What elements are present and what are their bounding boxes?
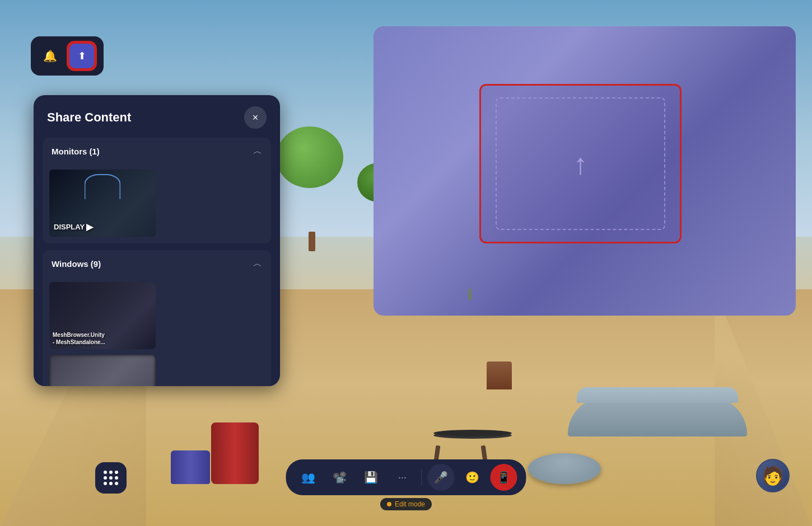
mesh-browser-thumbnail[interactable]: MeshBrowser.Unity - MeshStandalone... — [49, 282, 156, 349]
screen-upload-inner: ↑ — [496, 97, 665, 230]
background: ↑ 🔔 ⬆ Share Content × — [0, 0, 812, 526]
share-content-button[interactable]: ⬆ — [69, 44, 94, 68]
save-button[interactable]: 💾 — [358, 464, 385, 491]
blurred-thumb — [49, 355, 156, 386]
dot-2 — [109, 471, 113, 474]
blurred-window-thumbnail[interactable] — [49, 355, 156, 386]
display-label: DISPLAY ▶ — [54, 222, 93, 232]
people-button[interactable]: 👥 — [295, 464, 322, 491]
upload-icon: ⬆ — [78, 50, 86, 62]
mute-icon: 🎤 — [434, 471, 448, 484]
side-table — [487, 361, 512, 389]
notification-button[interactable]: 🔔 — [38, 44, 62, 68]
sofa-back — [577, 387, 738, 403]
dot-9 — [115, 482, 118, 485]
dot-3 — [115, 471, 118, 474]
apps-grid-button[interactable] — [95, 462, 127, 494]
base-blue — [171, 450, 210, 484]
tree-trunk-2 — [309, 232, 315, 251]
people-icon: 👥 — [301, 471, 315, 484]
avatar-image: 🧑 — [762, 465, 784, 486]
user-avatar[interactable]: 🧑 — [756, 459, 790, 492]
share-panel-title: Share Content — [47, 110, 131, 125]
video-icon: 📽️ — [333, 471, 347, 484]
pedestal-red — [211, 422, 259, 484]
grid-dots-icon — [104, 471, 118, 485]
mesh-label-line2: - MeshStandalone... — [53, 339, 105, 346]
dot-7 — [104, 482, 107, 485]
sofa — [568, 397, 747, 436]
dot-5 — [109, 476, 113, 480]
windows-section: Windows (9) ︿ MeshBrowser.Unity - MeshSt… — [43, 250, 271, 386]
mesh-browser-label: MeshBrowser.Unity - MeshStandalone... — [53, 331, 105, 346]
monitors-chevron-icon: ︿ — [253, 145, 262, 157]
dot-8 — [109, 482, 113, 485]
close-icon: × — [253, 112, 259, 124]
tree-2 — [276, 126, 343, 188]
close-share-panel-button[interactable]: × — [244, 106, 267, 129]
emoji-icon: 🙂 — [465, 471, 479, 484]
video-button[interactable]: 📽️ — [326, 464, 353, 491]
more-icon: ··· — [398, 472, 407, 483]
edit-mode-label: Edit mode — [395, 500, 425, 508]
top-toolbar: 🔔 ⬆ — [31, 36, 104, 76]
edit-mode-badge: Edit mode — [380, 498, 432, 510]
windows-section-items: MeshBrowser.Unity - MeshStandalone... — [43, 278, 271, 386]
save-icon: 💾 — [364, 471, 378, 484]
share-screen-button[interactable]: 📱 — [491, 464, 517, 491]
mesh-label-line1: MeshBrowser.Unity — [53, 331, 105, 339]
monitors-section-header[interactable]: Monitors (1) ︿ — [43, 138, 271, 165]
bottom-center-toolbar: 👥 📽️ 💾 ··· 🎤 🙂 📱 — [286, 459, 526, 495]
share-content-panel: Share Content × Monitors (1) ︿ — [34, 95, 280, 386]
monitors-section-items: DISPLAY ▶ — [43, 165, 271, 243]
plant-stem — [469, 289, 471, 300]
toolbar-separator-1 — [422, 469, 422, 486]
monitors-section-title: Monitors (1) — [52, 147, 100, 156]
mesh-thumb-bg: MeshBrowser.Unity - MeshStandalone... — [49, 282, 156, 349]
mute-button[interactable]: 🎤 — [428, 464, 455, 491]
monitors-section: Monitors (1) ︿ DISPLAY ▶ — [43, 138, 271, 243]
monitor-thumb-bg: DISPLAY ▶ — [49, 170, 156, 237]
dot-6 — [115, 476, 118, 480]
windows-chevron-icon: ︿ — [253, 258, 262, 270]
arch-decoration — [85, 174, 121, 199]
monitor-thumbnail[interactable]: DISPLAY ▶ — [49, 170, 156, 237]
share-btn-wrapper: ⬆ — [67, 41, 97, 71]
dot-4 — [104, 476, 107, 480]
windows-section-header[interactable]: Windows (9) ︿ — [43, 250, 271, 278]
share-panel-content[interactable]: Monitors (1) ︿ DISPLAY ▶ — [34, 138, 280, 386]
windows-section-title: Windows (9) — [52, 259, 101, 269]
more-options-button[interactable]: ··· — [389, 464, 416, 491]
dot-1 — [104, 471, 107, 474]
display-arrow-icon: ▶ — [86, 222, 93, 232]
emoji-button[interactable]: 🙂 — [459, 464, 486, 491]
edit-mode-dot — [387, 502, 391, 506]
screen-upload-area[interactable]: ↑ — [479, 84, 682, 243]
upload-arrow-icon: ↑ — [573, 149, 587, 179]
share-screen-icon: 📱 — [497, 471, 511, 484]
ottoman — [528, 453, 601, 484]
share-panel-header: Share Content × — [34, 95, 280, 138]
virtual-screen: ↑ — [374, 26, 796, 316]
display-label-text: DISPLAY — [54, 223, 85, 231]
